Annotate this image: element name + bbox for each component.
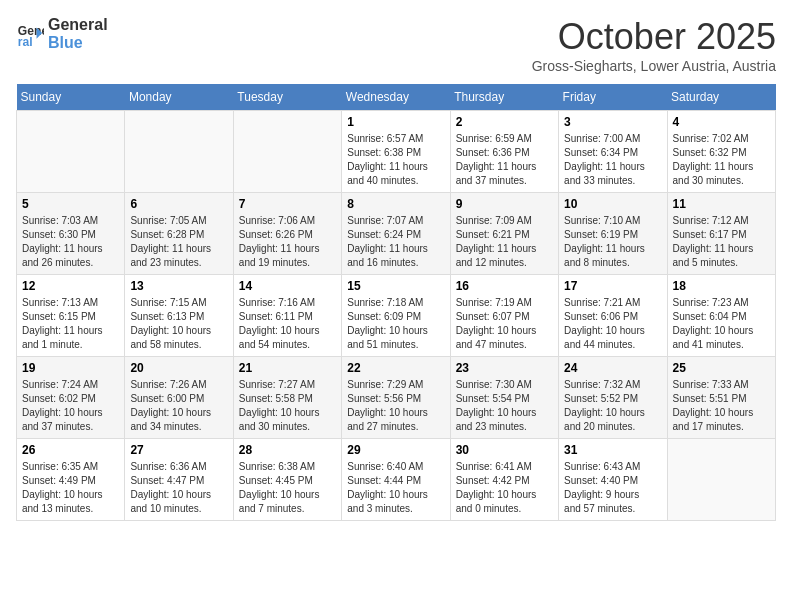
day-info: Sunrise: 7:13 AM Sunset: 6:15 PM Dayligh…: [22, 296, 119, 352]
month-title: October 2025: [532, 16, 776, 58]
day-info: Sunrise: 7:27 AM Sunset: 5:58 PM Dayligh…: [239, 378, 336, 434]
calendar-week-5: 26Sunrise: 6:35 AM Sunset: 4:49 PM Dayli…: [17, 439, 776, 521]
day-number: 11: [673, 197, 770, 211]
day-number: 31: [564, 443, 661, 457]
day-number: 20: [130, 361, 227, 375]
calendar-cell: 25Sunrise: 7:33 AM Sunset: 5:51 PM Dayli…: [667, 357, 775, 439]
calendar-cell: 4Sunrise: 7:02 AM Sunset: 6:32 PM Daylig…: [667, 111, 775, 193]
day-info: Sunrise: 7:19 AM Sunset: 6:07 PM Dayligh…: [456, 296, 553, 352]
location-subtitle: Gross-Siegharts, Lower Austria, Austria: [532, 58, 776, 74]
day-info: Sunrise: 7:12 AM Sunset: 6:17 PM Dayligh…: [673, 214, 770, 270]
calendar-cell: 31Sunrise: 6:43 AM Sunset: 4:40 PM Dayli…: [559, 439, 667, 521]
day-number: 12: [22, 279, 119, 293]
calendar-cell: 29Sunrise: 6:40 AM Sunset: 4:44 PM Dayli…: [342, 439, 450, 521]
title-area: October 2025 Gross-Siegharts, Lower Aust…: [532, 16, 776, 74]
day-info: Sunrise: 7:06 AM Sunset: 6:26 PM Dayligh…: [239, 214, 336, 270]
calendar-cell: 1Sunrise: 6:57 AM Sunset: 6:38 PM Daylig…: [342, 111, 450, 193]
day-info: Sunrise: 7:03 AM Sunset: 6:30 PM Dayligh…: [22, 214, 119, 270]
day-info: Sunrise: 7:24 AM Sunset: 6:02 PM Dayligh…: [22, 378, 119, 434]
day-number: 16: [456, 279, 553, 293]
day-info: Sunrise: 7:26 AM Sunset: 6:00 PM Dayligh…: [130, 378, 227, 434]
day-number: 13: [130, 279, 227, 293]
weekday-header-thursday: Thursday: [450, 84, 558, 111]
calendar-cell: 20Sunrise: 7:26 AM Sunset: 6:00 PM Dayli…: [125, 357, 233, 439]
day-number: 22: [347, 361, 444, 375]
weekday-header-row: SundayMondayTuesdayWednesdayThursdayFrid…: [17, 84, 776, 111]
calendar-cell: [233, 111, 341, 193]
day-info: Sunrise: 7:16 AM Sunset: 6:11 PM Dayligh…: [239, 296, 336, 352]
day-info: Sunrise: 7:21 AM Sunset: 6:06 PM Dayligh…: [564, 296, 661, 352]
day-info: Sunrise: 7:23 AM Sunset: 6:04 PM Dayligh…: [673, 296, 770, 352]
day-number: 6: [130, 197, 227, 211]
day-info: Sunrise: 7:07 AM Sunset: 6:24 PM Dayligh…: [347, 214, 444, 270]
calendar-cell: [125, 111, 233, 193]
calendar-cell: 24Sunrise: 7:32 AM Sunset: 5:52 PM Dayli…: [559, 357, 667, 439]
day-number: 27: [130, 443, 227, 457]
weekday-header-wednesday: Wednesday: [342, 84, 450, 111]
day-info: Sunrise: 7:18 AM Sunset: 6:09 PM Dayligh…: [347, 296, 444, 352]
calendar-cell: 15Sunrise: 7:18 AM Sunset: 6:09 PM Dayli…: [342, 275, 450, 357]
day-info: Sunrise: 6:38 AM Sunset: 4:45 PM Dayligh…: [239, 460, 336, 516]
day-number: 1: [347, 115, 444, 129]
day-info: Sunrise: 7:32 AM Sunset: 5:52 PM Dayligh…: [564, 378, 661, 434]
calendar-cell: 28Sunrise: 6:38 AM Sunset: 4:45 PM Dayli…: [233, 439, 341, 521]
weekday-header-monday: Monday: [125, 84, 233, 111]
day-info: Sunrise: 6:35 AM Sunset: 4:49 PM Dayligh…: [22, 460, 119, 516]
day-info: Sunrise: 7:10 AM Sunset: 6:19 PM Dayligh…: [564, 214, 661, 270]
weekday-header-sunday: Sunday: [17, 84, 125, 111]
calendar-cell: 9Sunrise: 7:09 AM Sunset: 6:21 PM Daylig…: [450, 193, 558, 275]
calendar-cell: 8Sunrise: 7:07 AM Sunset: 6:24 PM Daylig…: [342, 193, 450, 275]
day-number: 28: [239, 443, 336, 457]
calendar-cell: 7Sunrise: 7:06 AM Sunset: 6:26 PM Daylig…: [233, 193, 341, 275]
calendar-cell: 3Sunrise: 7:00 AM Sunset: 6:34 PM Daylig…: [559, 111, 667, 193]
day-info: Sunrise: 6:36 AM Sunset: 4:47 PM Dayligh…: [130, 460, 227, 516]
calendar-cell: 2Sunrise: 6:59 AM Sunset: 6:36 PM Daylig…: [450, 111, 558, 193]
day-number: 21: [239, 361, 336, 375]
calendar-cell: 11Sunrise: 7:12 AM Sunset: 6:17 PM Dayli…: [667, 193, 775, 275]
day-info: Sunrise: 7:29 AM Sunset: 5:56 PM Dayligh…: [347, 378, 444, 434]
day-number: 10: [564, 197, 661, 211]
logo-line1: General: [48, 16, 108, 34]
calendar-cell: 14Sunrise: 7:16 AM Sunset: 6:11 PM Dayli…: [233, 275, 341, 357]
calendar-cell: 18Sunrise: 7:23 AM Sunset: 6:04 PM Dayli…: [667, 275, 775, 357]
calendar-week-1: 1Sunrise: 6:57 AM Sunset: 6:38 PM Daylig…: [17, 111, 776, 193]
day-number: 23: [456, 361, 553, 375]
calendar-cell: 6Sunrise: 7:05 AM Sunset: 6:28 PM Daylig…: [125, 193, 233, 275]
calendar-cell: 27Sunrise: 6:36 AM Sunset: 4:47 PM Dayli…: [125, 439, 233, 521]
day-info: Sunrise: 7:00 AM Sunset: 6:34 PM Dayligh…: [564, 132, 661, 188]
day-number: 8: [347, 197, 444, 211]
svg-text:ral: ral: [18, 35, 33, 48]
calendar-cell: [17, 111, 125, 193]
calendar-cell: 13Sunrise: 7:15 AM Sunset: 6:13 PM Dayli…: [125, 275, 233, 357]
day-info: Sunrise: 7:30 AM Sunset: 5:54 PM Dayligh…: [456, 378, 553, 434]
day-info: Sunrise: 6:59 AM Sunset: 6:36 PM Dayligh…: [456, 132, 553, 188]
day-number: 15: [347, 279, 444, 293]
calendar-cell: 17Sunrise: 7:21 AM Sunset: 6:06 PM Dayli…: [559, 275, 667, 357]
weekday-header-tuesday: Tuesday: [233, 84, 341, 111]
day-number: 18: [673, 279, 770, 293]
day-number: 24: [564, 361, 661, 375]
day-info: Sunrise: 6:43 AM Sunset: 4:40 PM Dayligh…: [564, 460, 661, 516]
day-info: Sunrise: 7:33 AM Sunset: 5:51 PM Dayligh…: [673, 378, 770, 434]
day-info: Sunrise: 6:57 AM Sunset: 6:38 PM Dayligh…: [347, 132, 444, 188]
day-number: 4: [673, 115, 770, 129]
day-info: Sunrise: 6:41 AM Sunset: 4:42 PM Dayligh…: [456, 460, 553, 516]
calendar-cell: 21Sunrise: 7:27 AM Sunset: 5:58 PM Dayli…: [233, 357, 341, 439]
weekday-header-saturday: Saturday: [667, 84, 775, 111]
day-number: 14: [239, 279, 336, 293]
calendar-week-2: 5Sunrise: 7:03 AM Sunset: 6:30 PM Daylig…: [17, 193, 776, 275]
day-number: 9: [456, 197, 553, 211]
calendar-cell: 30Sunrise: 6:41 AM Sunset: 4:42 PM Dayli…: [450, 439, 558, 521]
calendar-cell: 22Sunrise: 7:29 AM Sunset: 5:56 PM Dayli…: [342, 357, 450, 439]
calendar-cell: 16Sunrise: 7:19 AM Sunset: 6:07 PM Dayli…: [450, 275, 558, 357]
calendar-body: 1Sunrise: 6:57 AM Sunset: 6:38 PM Daylig…: [17, 111, 776, 521]
page-header: Gene ral General Blue October 2025 Gross…: [16, 16, 776, 74]
calendar-cell: 5Sunrise: 7:03 AM Sunset: 6:30 PM Daylig…: [17, 193, 125, 275]
calendar-cell: 10Sunrise: 7:10 AM Sunset: 6:19 PM Dayli…: [559, 193, 667, 275]
day-number: 5: [22, 197, 119, 211]
calendar-header: SundayMondayTuesdayWednesdayThursdayFrid…: [17, 84, 776, 111]
day-info: Sunrise: 6:40 AM Sunset: 4:44 PM Dayligh…: [347, 460, 444, 516]
day-info: Sunrise: 7:09 AM Sunset: 6:21 PM Dayligh…: [456, 214, 553, 270]
calendar-table: SundayMondayTuesdayWednesdayThursdayFrid…: [16, 84, 776, 521]
day-number: 26: [22, 443, 119, 457]
